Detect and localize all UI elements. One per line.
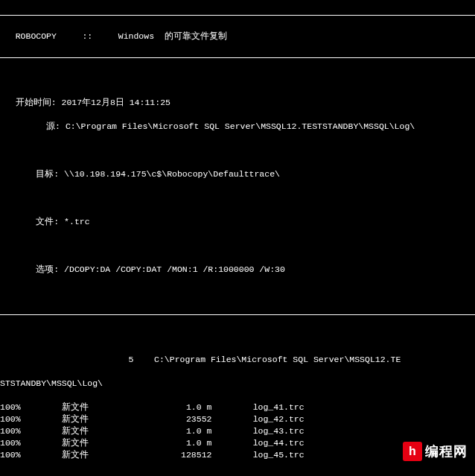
files-pattern: *.trc <box>59 217 89 226</box>
dir-scan-line: 5 C:\Program Files\Microsoft SQL Server\… <box>0 354 475 366</box>
watermark-brand: 编程网 <box>425 445 468 457</box>
file-row: 100% 新文件 1.0 m log_41.trc <box>0 402 475 413</box>
start-time-label: 开始时间: <box>0 98 57 107</box>
dir-scan-wrap: STSTANDBY\MSSQL\Log\ <box>0 378 475 390</box>
watermark-logo-icon: h <box>403 442 422 461</box>
file-row: 100% 新文件 1.0 m log_43.trc <box>0 425 475 437</box>
terminal-output: ROBOCOPY :: Windows 的可靠文件复制 开始时间: 2017年1… <box>0 0 475 476</box>
watermark: h 编程网 <box>403 442 468 461</box>
source-path: C:\Program Files\Microsoft SQL Server\MS… <box>60 121 415 131</box>
tool-header: ROBOCOPY :: Windows 的可靠文件复制 <box>0 31 475 42</box>
options-value: /DCOPY:DA /COPY:DAT /MON:1 /R:1000000 /W… <box>59 264 285 274</box>
target-label: 目标: <box>0 169 59 179</box>
target-path: \\10.198.194.175\c$\Robocopy\Defaulttrac… <box>59 169 280 179</box>
file-row: 100% 新文件 23552 log_42.trc <box>0 413 475 425</box>
start-time: 2017年12月8日 14:11:25 <box>57 98 170 107</box>
source-label: 源: <box>0 121 60 131</box>
files-label: 文件: <box>0 217 59 226</box>
options-label: 选项: <box>0 264 59 274</box>
